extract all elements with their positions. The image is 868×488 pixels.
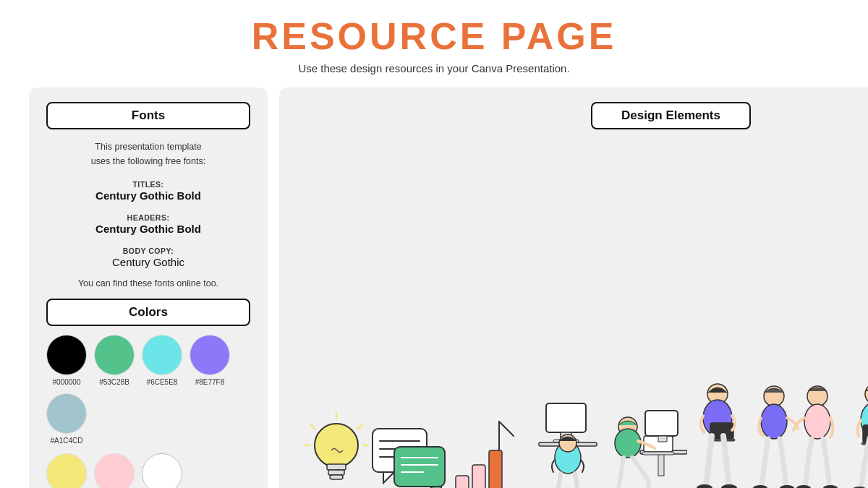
svg-point-45 (697, 484, 712, 488)
page-title: RESOURCE PAGE (252, 14, 617, 58)
svg-point-48 (761, 404, 787, 439)
color-hex-blue-gray: #A1C4CD (50, 437, 82, 445)
font-entry-headers: HEADERS: Century Gothic Bold (46, 213, 250, 235)
font-entry-titles: TITLES: Century Gothic Bold (46, 180, 250, 202)
svg-rect-36 (658, 436, 667, 442)
color-item-pink: #FFCCD2 (94, 453, 135, 488)
left-panel: Fonts This presentation templateuses the… (29, 87, 268, 488)
svg-point-38 (615, 429, 641, 458)
color-circle-pink (94, 453, 135, 488)
illustrations-area (297, 137, 868, 488)
svg-rect-20 (472, 465, 485, 488)
color-hex-cyan: #6CE5E8 (147, 378, 178, 386)
color-item-green: #53C28B (94, 335, 135, 386)
two-women-chatting (749, 378, 843, 488)
color-circle-yellow (46, 453, 87, 488)
svg-point-49 (753, 485, 767, 488)
color-item-black: #000000 (46, 335, 87, 386)
color-circle-green (94, 335, 135, 375)
font-label-titles: TITLES: (46, 180, 250, 189)
svg-rect-19 (456, 476, 469, 488)
color-hex-black: #000000 (53, 378, 81, 386)
chart-illustration (448, 411, 528, 488)
fonts-description: This presentation templateuses the follo… (46, 140, 250, 168)
main-content: Fonts This presentation templateuses the… (29, 87, 839, 488)
person-teal-laptop (843, 378, 868, 488)
color-circle-black (46, 335, 87, 375)
svg-line-6 (358, 424, 362, 429)
svg-point-0 (315, 424, 358, 467)
color-circle-cyan (142, 335, 182, 375)
lightbulb-illustration (304, 411, 369, 488)
person-standing-laptop (687, 378, 749, 488)
svg-rect-21 (489, 450, 502, 488)
page-wrapper: RESOURCE PAGE Use these design resources… (0, 0, 868, 488)
font-name-titles: Century Gothic Bold (46, 189, 250, 202)
color-item-blue-gray: #A1C4CD (46, 393, 87, 445)
color-hex-green: #53C28B (99, 378, 129, 386)
svg-point-55 (865, 384, 868, 404)
colors-section: Colors #000000 #53C28B #6CE5E8 (46, 299, 250, 488)
svg-marker-13 (383, 472, 394, 483)
svg-rect-3 (330, 475, 343, 479)
color-item-purple: #8E77F8 (190, 335, 230, 386)
color-item-cyan: #6CE5E8 (142, 335, 182, 386)
color-item-white: #FFFFFF (142, 453, 182, 488)
svg-point-46 (721, 484, 737, 488)
page-subtitle: Use these design resources in your Canva… (298, 62, 569, 74)
color-circle-white (142, 453, 182, 488)
svg-point-54 (823, 485, 838, 488)
colors-header: Colors (46, 299, 250, 326)
svg-rect-32 (658, 454, 664, 476)
color-circle-blue-gray (46, 393, 87, 434)
person-laptop-sitting (600, 396, 687, 488)
color-item-yellow: #F4E978 (46, 453, 87, 488)
fonts-note: You can find these fonts online too. (46, 278, 250, 288)
color-row-1: #000000 #53C28B #6CE5E8 #8E77F8 (46, 335, 250, 445)
svg-point-53 (796, 485, 811, 488)
font-label-headers: HEADERS: (46, 213, 250, 222)
svg-point-50 (780, 485, 794, 488)
person-desk-back (528, 396, 600, 488)
font-label-body: BODY COPY: (46, 247, 250, 255)
color-circle-purple (190, 335, 230, 375)
svg-rect-2 (328, 470, 344, 475)
color-hex-purple: #8E77F8 (195, 378, 225, 386)
right-panel: Design Elements (279, 87, 868, 488)
design-elements-header: Design Elements (591, 102, 751, 129)
svg-point-52 (804, 404, 830, 439)
svg-rect-14 (394, 447, 445, 487)
svg-rect-34 (642, 452, 674, 455)
fonts-header: Fonts (46, 102, 250, 129)
svg-line-5 (310, 424, 315, 429)
font-entry-body: BODY COPY: Century Gothic (46, 247, 250, 268)
color-row-2: #F4E978 #FFCCD2 #FFFFFF (46, 453, 250, 488)
font-name-headers: Century Gothic Bold (46, 223, 250, 235)
svg-rect-1 (327, 464, 346, 470)
svg-rect-35 (645, 411, 678, 436)
chat-illustration (369, 425, 448, 488)
svg-rect-23 (546, 403, 586, 432)
font-name-body: Century Gothic (46, 256, 250, 268)
